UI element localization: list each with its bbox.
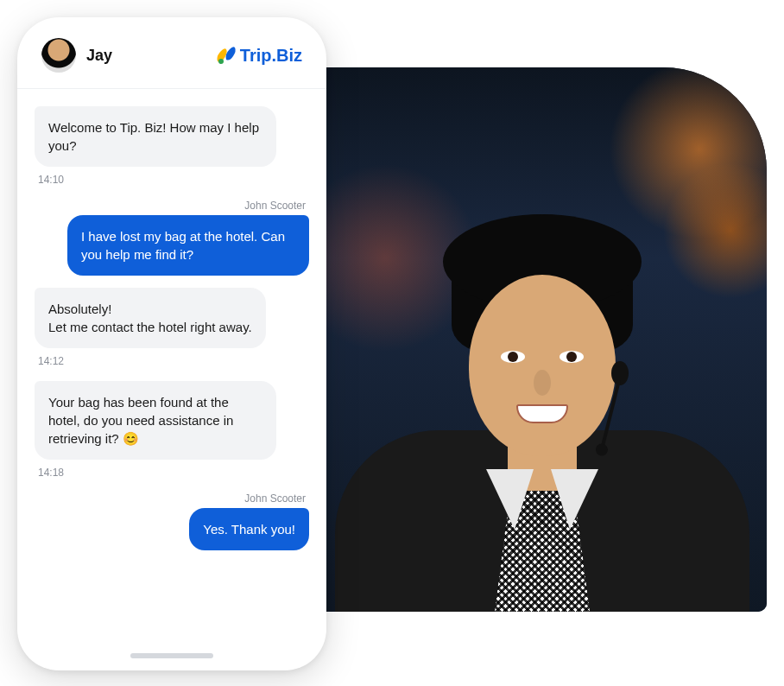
svg-point-0	[218, 59, 224, 64]
agent-message: Your bag has been found at the hotel, do…	[35, 381, 309, 492]
sender-name: John Scooter	[241, 492, 309, 505]
brand-logo: Trip.Biz	[214, 44, 302, 67]
home-indicator	[130, 653, 213, 658]
agent-message: Welcome to Tip. Biz! How may I help you?…	[35, 106, 309, 200]
user-message: John Scooter Yes. Thank you!	[35, 492, 309, 550]
message-bubble: Yes. Thank you!	[189, 508, 309, 550]
chat-header: Jay Trip.Biz	[17, 17, 326, 89]
message-timestamp: 14:12	[38, 355, 64, 367]
support-agent-photo	[318, 67, 767, 612]
agent-avatar	[41, 38, 76, 73]
message-bubble: I have lost my bag at the hotel. Can you…	[67, 215, 309, 276]
user-message: John Scooter I have lost my bag at the h…	[35, 200, 309, 276]
brand-icon	[214, 44, 237, 67]
sender-name: John Scooter	[241, 200, 309, 212]
message-bubble: Absolutely! Let me contact the hotel rig…	[35, 288, 266, 348]
chat-phone-frame: Jay Trip.Biz Welcome to Tip. Biz! How ma…	[17, 17, 326, 670]
agent-message: Absolutely! Let me contact the hotel rig…	[35, 288, 309, 381]
message-timestamp: 14:10	[38, 174, 64, 186]
chat-thread[interactable]: Welcome to Tip. Biz! How may I help you?…	[17, 89, 326, 559]
agent-name: Jay	[86, 47, 112, 65]
message-bubble: Welcome to Tip. Biz! How may I help you?	[35, 106, 276, 167]
message-bubble: Your bag has been found at the hotel, do…	[35, 381, 276, 460]
brand-name: Trip.Biz	[240, 46, 302, 66]
message-timestamp: 14:18	[38, 467, 64, 479]
